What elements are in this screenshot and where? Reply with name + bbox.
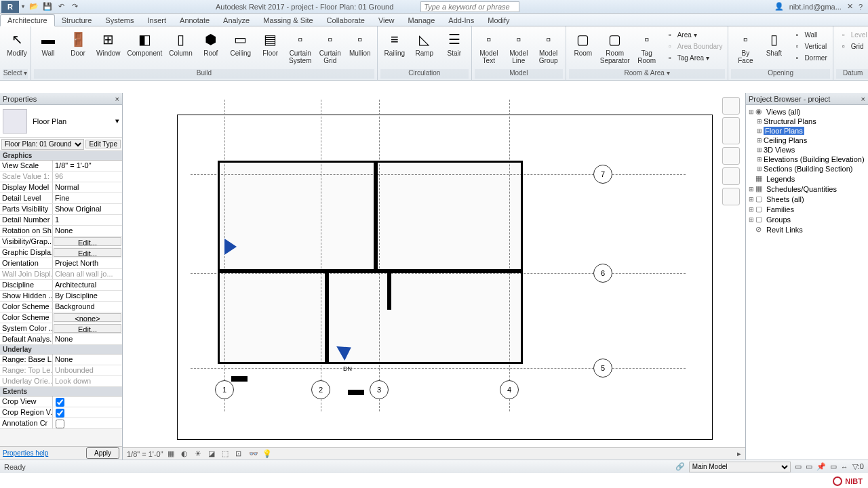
shaft-button[interactable]: ▯Shaft: [760, 28, 788, 66]
exchange-icon[interactable]: ✕: [847, 2, 853, 11]
property-row[interactable]: Rotation on Sh...None: [0, 226, 122, 237]
floor-button[interactable]: ▤Floor: [256, 28, 285, 58]
drag-elements-icon[interactable]: ↔: [841, 463, 848, 471]
tree-node[interactable]: ⊘Revit Links: [747, 224, 867, 235]
tree-node[interactable]: ⊞3D Views: [747, 145, 867, 155]
tree-node[interactable]: ⊞Ceiling Plans: [747, 136, 867, 145]
pan-icon[interactable]: [722, 167, 740, 185]
property-row[interactable]: Color Scheme ...Background: [0, 302, 122, 312]
design-options-select[interactable]: Main Model: [689, 462, 791, 472]
viewcube[interactable]: [722, 117, 740, 144]
wall-button[interactable]: ▬Wall: [34, 28, 62, 58]
type-selector[interactable]: Floor Plan ▾: [0, 105, 122, 138]
ribbon-tab-addins[interactable]: Add-Ins: [441, 15, 481, 26]
door-swing-icon[interactable]: [224, 239, 237, 255]
select-underlay-icon[interactable]: ▭: [806, 462, 812, 471]
property-row[interactable]: System Color ...Edit...: [0, 323, 122, 334]
ribbon-tab-modify[interactable]: Modify: [481, 15, 516, 26]
view-scale[interactable]: 1/8" = 1'-0": [127, 450, 163, 458]
model-button[interactable]: ▫ModelLine: [505, 28, 533, 66]
sun-path-icon[interactable]: ☀: [195, 449, 204, 459]
apply-button[interactable]: Apply: [86, 447, 119, 459]
property-row[interactable]: Annotation Cr: [0, 418, 122, 429]
expand-icon[interactable]: ⊞: [755, 156, 764, 163]
ribbon-tab-analyze[interactable]: Analyze: [216, 15, 256, 26]
component-button[interactable]: ◧Component: [125, 28, 165, 58]
property-row[interactable]: Color Scheme<none>: [0, 312, 122, 323]
property-checkbox[interactable]: [56, 398, 64, 407]
expand-icon[interactable]: ⊞: [755, 118, 764, 125]
room-button[interactable]: ▢Room: [569, 28, 597, 66]
user-label[interactable]: nibt.ind@gma...: [789, 3, 842, 11]
help-icon[interactable]: ?: [859, 3, 863, 11]
undo-icon[interactable]: ↶: [56, 1, 66, 12]
grid-bubble[interactable]: 3: [370, 380, 389, 399]
expand-icon[interactable]: ⊞: [755, 165, 764, 172]
zoom-icon[interactable]: [722, 188, 740, 205]
property-row[interactable]: View Scale1/8" = 1'-0": [0, 161, 122, 171]
ribbon-tab-massingsite[interactable]: Massing & Site: [256, 15, 319, 26]
infocenter-search[interactable]: [420, 1, 519, 12]
tree-node[interactable]: ⊞▦Schedules/Quantities: [747, 184, 867, 194]
ceiling-button[interactable]: ▭Ceiling: [226, 28, 255, 58]
expand-icon[interactable]: ⊞: [747, 186, 755, 192]
home-icon[interactable]: [722, 97, 740, 115]
property-row[interactable]: Default Analys...None: [0, 334, 122, 345]
grid-bubble[interactable]: 6: [593, 264, 612, 283]
tree-node[interactable]: ⊞Elevations (Building Elevation): [747, 155, 867, 164]
tree-node[interactable]: ▦Legends: [747, 174, 867, 184]
expand-icon[interactable]: ⊞: [755, 127, 764, 134]
select-face-icon[interactable]: ▭: [830, 462, 837, 471]
tree-node[interactable]: ⊞▢Groups: [747, 214, 867, 224]
column-button[interactable]: ▯Column: [166, 28, 195, 58]
mullion-button[interactable]: ▫Mullion: [346, 28, 374, 58]
tree-node[interactable]: ⊞▢Families: [747, 204, 867, 214]
app-menu[interactable]: R: [1, 1, 19, 13]
tag-button[interactable]: ▫TagRoom: [633, 28, 661, 66]
close-icon[interactable]: ×: [115, 95, 119, 103]
grid-bubble[interactable]: 4: [500, 380, 519, 399]
vertical-button[interactable]: ▫Vertical: [791, 41, 828, 52]
property-row[interactable]: Scale Value 1:96: [0, 171, 122, 182]
property-row[interactable]: Graphic Displa...Edit...: [0, 247, 122, 258]
ramp-button[interactable]: ◺Ramp: [410, 28, 439, 58]
ribbon-tab-systems[interactable]: Systems: [98, 15, 140, 26]
select-panel-label[interactable]: Select ▾: [3, 69, 28, 79]
property-row[interactable]: Detail Number1: [0, 215, 122, 226]
window-button[interactable]: ⊞Window: [94, 28, 123, 58]
ribbon-tab-architecture[interactable]: Architecture: [0, 14, 55, 26]
sign-in-icon[interactable]: 👤: [774, 2, 784, 11]
crop-region-visible-icon[interactable]: ⊡: [235, 449, 245, 459]
curtain-button[interactable]: ▫CurtainSystem: [286, 28, 315, 66]
interior-wall[interactable]: [387, 269, 391, 310]
expand-icon[interactable]: ⊞: [747, 196, 755, 203]
property-row[interactable]: Detail LevelFine: [0, 193, 122, 204]
door-button[interactable]: 🚪Door: [64, 28, 92, 58]
modify-button[interactable]: ↖Modify: [3, 28, 31, 58]
grid-bubble[interactable]: 1: [215, 380, 234, 399]
property-row[interactable]: Show Hidden ...By Discipline: [0, 291, 122, 302]
property-row[interactable]: Range: Top Le...Unbounded: [0, 365, 122, 376]
steering-wheel-icon[interactable]: [722, 147, 740, 165]
room-button[interactable]: ▢RoomSeparator: [597, 28, 633, 66]
ribbon-tab-insert[interactable]: Insert: [141, 15, 174, 26]
close-icon[interactable]: ×: [861, 95, 865, 103]
open-icon[interactable]: 📂: [28, 1, 39, 12]
temp-hide-icon[interactable]: 👓: [249, 449, 258, 459]
ribbon-tab-view[interactable]: View: [372, 15, 401, 26]
tagarea-button[interactable]: ▫Tag Area ▾: [664, 52, 724, 63]
tree-node[interactable]: ⊞◉Views (all): [747, 106, 867, 117]
expand-icon[interactable]: ⊞: [747, 216, 755, 223]
curtain-button[interactable]: ▫CurtainGrid: [316, 28, 344, 66]
by-button[interactable]: ▫ByFace: [731, 28, 760, 66]
select-pinned-icon[interactable]: 📌: [816, 462, 826, 471]
property-row[interactable]: Underlay Orie...Look down: [0, 376, 122, 387]
property-checkbox[interactable]: [56, 420, 64, 428]
grid-button[interactable]: ▫Grid: [837, 41, 868, 52]
visual-style-icon[interactable]: ◐: [181, 449, 191, 459]
area-button[interactable]: ▫Area ▾: [664, 29, 724, 40]
model-button[interactable]: ▫ModelText: [475, 28, 503, 66]
tree-node[interactable]: ⊞Sections (Building Section): [747, 164, 867, 174]
instance-selector[interactable]: Floor Plan: 01 Ground: [1, 139, 84, 150]
worksets-icon[interactable]: 🔗: [675, 462, 685, 471]
